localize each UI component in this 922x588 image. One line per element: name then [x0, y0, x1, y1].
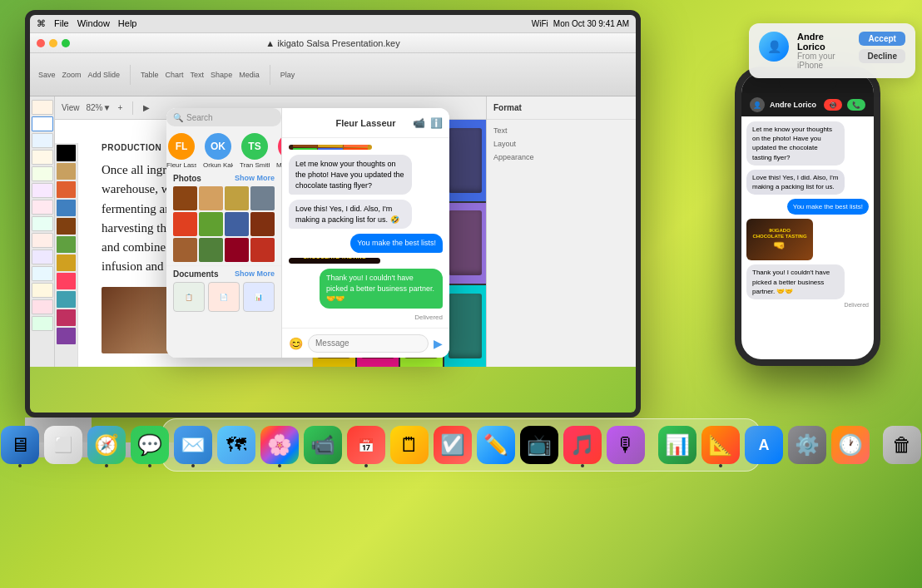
messages-list-panel: 🔍 Search FL Fleur Lasseur OK Orkun Kakab… [166, 108, 282, 358]
contact-fleur[interactable]: FL Fleur Lasseur [166, 133, 196, 169]
messages-search-bar[interactable]: 🔍 Search [166, 108, 281, 126]
keynote-sidebar [30, 96, 55, 367]
menu-window[interactable]: Window [77, 18, 110, 29]
notification-banner: 👤 Andre Lorico From your iPhone Accept D… [749, 23, 915, 78]
dock-icon-maps[interactable]: 🗺 [217, 426, 255, 464]
toolbar-text[interactable]: Text [191, 71, 205, 79]
notif-decline-button[interactable]: Decline [859, 49, 905, 63]
photos-show-more[interactable]: Show More [235, 174, 275, 183]
contact-mason[interactable]: MP Mason Patel [276, 133, 281, 169]
menu-help[interactable]: Help [118, 18, 137, 29]
photo-6[interactable] [199, 212, 223, 236]
photo-12[interactable] [250, 238, 275, 262]
photo-11[interactable] [225, 238, 249, 262]
contact-tran[interactable]: TS Tran Smith [240, 133, 270, 169]
doc-1[interactable]: 📋 [173, 282, 205, 312]
photo-10[interactable] [199, 238, 223, 262]
call-accept-button[interactable]: 📞 [847, 99, 865, 111]
strip-item-1 [57, 145, 76, 161]
slide-thumb-3[interactable] [32, 133, 53, 148]
toolbar-save[interactable]: Save [38, 71, 56, 79]
toolbar-play-btn[interactable]: ▶ [143, 103, 150, 112]
dock-icon-notes[interactable]: 🗒 [390, 426, 429, 464]
slide-thumb-9[interactable] [32, 233, 53, 248]
toolbar-zoom-pct[interactable]: 82%▼ [87, 103, 112, 112]
emoji-icon[interactable]: 😊 [289, 337, 303, 350]
dock-icon-appletv[interactable]: 📺 [520, 426, 558, 464]
dock-icon-facetime[interactable]: 📹 [304, 426, 342, 464]
slide-thumb-6[interactable] [32, 183, 53, 198]
toolbar-view[interactable]: View [62, 103, 80, 112]
doc-3[interactable]: 📊 [243, 282, 275, 312]
dock-icon-numbers[interactable]: 📊 [658, 426, 696, 464]
toolbar-chart[interactable]: Chart [166, 71, 184, 79]
toolbar-play[interactable]: Play [280, 71, 295, 79]
photo-4[interactable] [250, 186, 275, 210]
menu-file[interactable]: File [54, 18, 69, 29]
docs-label: Documents [173, 269, 218, 279]
dock-icon-appstore[interactable]: A [745, 426, 783, 464]
toolbar-add-slide-btn[interactable]: + [117, 103, 122, 112]
inspector-section-1: Text [493, 126, 629, 135]
msg-2: Love this! Yes, I did. Also, I'm making … [289, 200, 412, 229]
slide-thumb-5[interactable] [32, 166, 53, 181]
docs-show-more[interactable]: Show More [235, 269, 275, 279]
photo-3[interactable] [225, 186, 249, 210]
notif-name: Andre Lorico [797, 32, 847, 52]
toolbar-media[interactable]: Media [239, 71, 260, 79]
toolbar-addslide[interactable]: Add Slide [88, 71, 121, 79]
notif-accept-button[interactable]: Accept [859, 32, 905, 46]
settings-icon: ⚙️ [795, 433, 820, 457]
call-end-button[interactable]: 📵 [824, 99, 842, 111]
conv-info-icon[interactable]: ℹ️ [430, 117, 443, 129]
dock-icon-trash[interactable]: 🗑 [883, 426, 921, 464]
dock-icon-podcasts[interactable]: 🎙 [607, 426, 645, 464]
photos-grid [173, 186, 275, 262]
dock-icon-settings[interactable]: ⚙️ [788, 426, 826, 464]
slide-thumb-4[interactable] [32, 150, 53, 165]
send-icon[interactable]: ▶ [434, 337, 443, 350]
dock-icon-launchpad[interactable]: ⬜ [44, 426, 82, 464]
dock-icon-finder[interactable]: 🖥 [1, 426, 39, 464]
photo-5[interactable] [173, 212, 197, 236]
dock-icon-calendar[interactable]: 📅 [347, 426, 385, 464]
toolbar-table[interactable]: Table [141, 71, 159, 79]
music-icon: 🎵 [570, 433, 595, 457]
close-button[interactable] [37, 39, 45, 47]
dock-icon-freeform[interactable]: ✏️ [477, 426, 515, 464]
message-input[interactable] [308, 334, 429, 353]
slide-thumb-12[interactable] [32, 283, 53, 298]
slide-thumb-11[interactable] [32, 266, 53, 281]
dock-icon-music[interactable]: 🎵 [563, 426, 602, 464]
slide-thumb-10[interactable] [32, 250, 53, 264]
conv-video-icon[interactable]: 📹 [413, 117, 425, 129]
minimize-button[interactable] [49, 39, 57, 47]
photo-9[interactable] [173, 238, 197, 262]
dock-icon-reminders[interactable]: ☑️ [434, 426, 472, 464]
dock-icon-photos[interactable]: 🌸 [260, 426, 299, 464]
toolbar-shape[interactable]: Shape [211, 71, 232, 79]
msg-delivered-label: Delivered [414, 314, 443, 321]
contact-orkun[interactable]: OK Orkun Kakabeeth [203, 133, 233, 169]
slide-thumb-13[interactable] [32, 299, 53, 314]
slide-thumb-14[interactable] [32, 316, 53, 331]
slide-thumb-8[interactable] [32, 216, 53, 231]
maximize-button[interactable] [62, 39, 70, 47]
doc-2[interactable]: 📄 [208, 282, 240, 312]
dock-icon-mail[interactable]: ✉️ [174, 426, 212, 464]
dock-icon-messages[interactable]: 💬 [131, 426, 169, 464]
slide-thumb-7[interactable] [32, 200, 53, 215]
dock-icon-keynote[interactable]: 📐 [701, 426, 740, 464]
dock-icon-screentime[interactable]: 🕐 [831, 426, 870, 464]
slide-thumb-1[interactable] [32, 100, 53, 115]
dock-icon-safari[interactable]: 🧭 [87, 426, 126, 464]
contact-mason-name: Mason Patel [276, 161, 281, 169]
photo-1[interactable] [173, 186, 197, 210]
photo-2[interactable] [199, 186, 223, 210]
toolbar-zoom[interactable]: Zoom [62, 71, 82, 79]
slide-thumb-2[interactable] [32, 116, 53, 131]
messages-photos-section: Photos Show More [166, 169, 281, 265]
conv-to-name: Fleur Lasseur [335, 118, 395, 128]
photo-8[interactable] [250, 212, 275, 236]
photo-7[interactable] [225, 212, 249, 236]
